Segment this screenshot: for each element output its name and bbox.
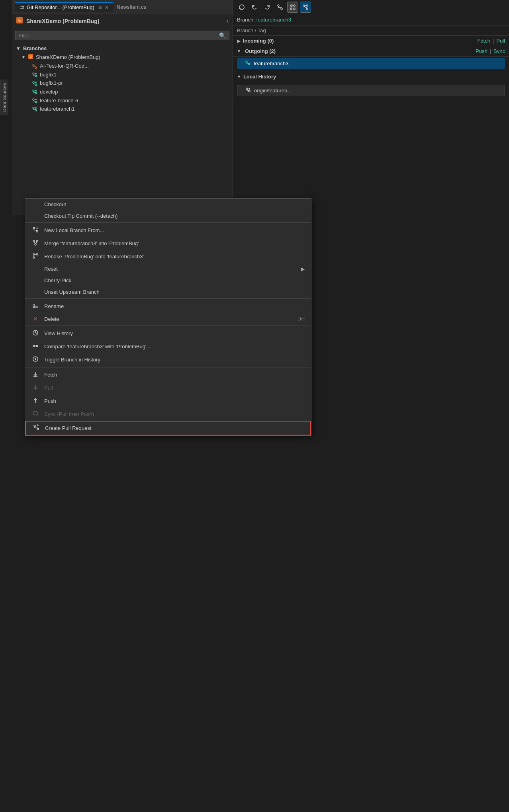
repo-header: G ShareXDemo (ProblemBug) ‹ [12,14,233,28]
menu-item-checkout-tip[interactable]: Checkout Tip Commit (--detach) [25,210,311,222]
branch-name-2: bugfix1-pr [40,80,63,86]
menu-item-rename[interactable]: Rename [25,300,311,313]
new-branch-icon [31,226,39,234]
fetch-link[interactable]: Fetch [477,38,490,44]
branch-item-2[interactable]: bugfix1-pr [12,79,233,88]
svg-point-90 [34,425,35,427]
svg-point-53 [246,88,248,90]
filter-bar: 🔍 [15,31,229,40]
checkout-label: Checkout [44,201,66,207]
branch-button[interactable] [274,2,286,13]
menu-item-push[interactable]: Push [25,394,311,408]
menu-item-toggle-history[interactable]: Toggle Branch in History [25,353,311,366]
menu-item-create-pr[interactable]: Create Pull Request [25,421,311,435]
svg-point-40 [290,8,292,10]
svg-point-44 [303,5,305,6]
svg-point-17 [35,82,37,83]
branch-item-1[interactable]: bugfix1 [12,70,233,79]
delete-icon: ✕ [31,316,39,322]
svg-line-48 [304,6,307,8]
back-button[interactable] [249,2,260,13]
menu-item-view-history[interactable]: View History [25,327,311,340]
pull-label: Pull [44,385,53,391]
rebase-label: Rebase 'ProblemBug' onto 'featurebranch3… [44,254,144,260]
svg-point-12 [35,73,37,74]
branch-icon-1 [32,72,37,78]
menu-item-cherry-pick[interactable]: Cherry-Pick [25,275,311,286]
collapse-button[interactable]: ‹ [227,18,229,25]
data-sources-label: Data Sources [2,83,7,112]
svg-point-27 [35,99,37,100]
outgoing-row: ▼ Outgoing (2) Push | Sync [233,46,509,57]
menu-item-compare[interactable]: Compare 'featurebranch3' with 'ProblemBu… [25,340,311,353]
tab-git-repo-label: Git Repositor... (ProblemBug) [27,4,94,10]
incoming-arrow-icon: ▶ [237,38,241,44]
forward-button[interactable] [262,2,273,13]
branch-tag-row: Branch / Tag [233,25,509,36]
branch-item-3[interactable]: develop [12,88,233,96]
svg-point-32 [35,107,37,109]
graph-button[interactable] [300,2,311,13]
svg-point-67 [35,244,36,245]
branches-header[interactable]: ▼ Branches [12,44,233,53]
incoming-row: ▶ Incoming (0) Fetch | Pull [233,36,509,46]
create-pr-icon [32,424,40,432]
menu-item-unset-upstream[interactable]: Unset Upstream Branch [25,286,311,298]
filter-input[interactable] [19,33,219,39]
tab-pin-icon[interactable]: ⊞ [98,5,102,10]
branch-label: Branch: [237,17,255,23]
repo-panel: 🗂 Git Repositor... (ProblemBug) ⊞ ✕ News… [12,0,233,215]
tab-git-repo[interactable]: 🗂 Git Repositor... (ProblemBug) ⊞ ✕ [15,2,113,12]
svg-point-70 [33,257,35,258]
outgoing-branch-icon [245,60,251,67]
incoming-label: Incoming (0) [243,38,475,44]
branch-icon-5 [32,106,37,112]
menu-item-fetch[interactable]: Fetch [25,368,311,381]
network-button[interactable] [287,2,298,13]
branch-item-5[interactable]: featurebranch1 [12,105,233,113]
reset-arrow: ▶ [301,266,305,272]
pull-link[interactable]: Pull [496,38,505,44]
branches-arrow: ▼ [16,46,21,51]
data-sources-tab[interactable]: Data Sources [0,80,8,115]
new-branch-label: New Local Branch From... [44,227,104,233]
compare-icon [31,343,39,350]
separator-b [25,299,311,299]
branch-item-0[interactable]: AI-Test-for-QR-Cod... [12,62,233,70]
outgoing-branch-item[interactable]: featurebranch3 [237,58,505,69]
svg-point-4 [33,64,34,66]
branches-label: Branches [23,45,47,51]
tab-close-icon[interactable]: ✕ [105,5,109,10]
menu-item-pull: Pull [25,381,311,394]
branch-icon-2 [32,80,37,86]
branch-icon-0 [32,63,37,69]
branch-item-4[interactable]: feature-branch-6 [12,96,233,105]
svg-text:G: G [29,55,31,59]
push-link[interactable]: Push [476,48,487,54]
repo-node[interactable]: ▼ G ShareXDemo (ProblemBug) [12,53,233,62]
svg-point-38 [290,5,292,6]
checkout-tip-label: Checkout Tip Commit (--detach) [44,213,117,219]
current-branch-name: featurebranch3 [256,17,291,23]
menu-item-new-branch[interactable]: New Local Branch From... [25,224,311,237]
menu-item-reset[interactable]: Reset ▶ [25,263,311,275]
refresh-button[interactable] [236,2,247,13]
svg-line-69 [35,242,37,244]
branch-name-1: bugfix1 [40,72,57,78]
local-history-item[interactable]: origin/featureb... [237,85,505,96]
svg-point-13 [33,82,34,83]
svg-point-18 [33,90,34,92]
menu-item-delete[interactable]: ✕ Delete Del [25,313,311,325]
sync-link[interactable]: Sync [493,48,505,54]
repo-node-label: ShareXDemo (ProblemBug) [36,54,100,60]
outgoing-label: Outgoing (2) [245,48,473,54]
branch-name-5: featurebranch1 [40,106,74,112]
tab-newsitem[interactable]: NewsItem.cs [113,2,150,12]
branch-tag-label: Branch / Tag [237,27,266,33]
svg-point-59 [36,230,38,232]
branch-icon-4 [32,97,37,103]
menu-item-rebase[interactable]: Rebase 'ProblemBug' onto 'featurebranch3… [25,250,311,263]
menu-item-checkout[interactable]: Checkout [25,199,311,210]
svg-point-57 [249,88,250,90]
menu-item-merge[interactable]: Merge 'featurebranch3' into 'ProblemBug' [25,237,311,250]
